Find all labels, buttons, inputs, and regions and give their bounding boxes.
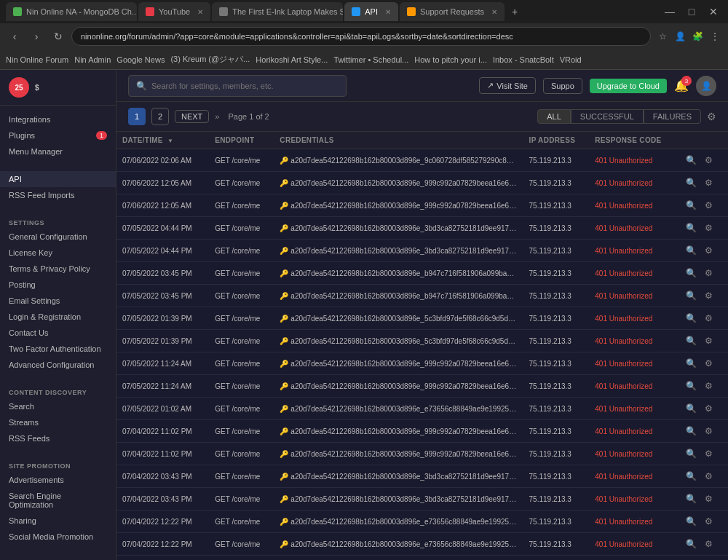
sidebar-item-rss-feed-imports[interactable]: RSS Feed Imports [0, 187, 116, 203]
filter-tab-failures[interactable]: FAILURES [644, 109, 701, 124]
new-tab-button[interactable]: + [506, 3, 523, 20]
sidebar-item-email-settings[interactable]: Email Settings [0, 293, 116, 309]
search-input[interactable] [151, 82, 339, 90]
row-settings-icon[interactable]: ⚙ [702, 266, 716, 280]
sidebar-item-terms-privacy[interactable]: Terms & Privacy Policy [0, 261, 116, 277]
settings-icon[interactable]: ⋮ [708, 29, 722, 44]
visit-site-button[interactable]: ↗ Visit Site [479, 77, 536, 94]
row-search-icon[interactable]: 🔍 [684, 469, 699, 484]
bookmark-nin-admin[interactable]: Nin Admin [74, 55, 111, 64]
minimize-button[interactable]: — [661, 3, 678, 20]
sidebar-item-api[interactable]: API [0, 171, 116, 187]
sidebar-item-seo[interactable]: Search Engine Optimization [0, 488, 116, 513]
bookmark-icon[interactable]: ☆ [655, 29, 670, 44]
row-search-icon[interactable]: 🔍 [684, 221, 699, 235]
back-button[interactable]: ‹ [6, 28, 23, 45]
tab-close-icon[interactable]: ✕ [491, 8, 497, 16]
row-search-icon[interactable]: 🔍 [684, 288, 699, 303]
close-browser-button[interactable]: ✕ [705, 3, 722, 20]
row-settings-icon[interactable]: ⚙ [702, 243, 716, 258]
row-settings-icon[interactable]: ⚙ [702, 311, 716, 326]
row-search-icon[interactable]: 🔍 [684, 446, 699, 461]
bookmark-pitch[interactable]: How to pitch your i... [414, 55, 487, 64]
row-settings-icon[interactable]: ⚙ [702, 492, 716, 506]
sidebar-item-general-config[interactable]: General Configuration [0, 229, 116, 245]
row-settings-icon[interactable]: ⚙ [702, 221, 716, 235]
row-settings-icon[interactable]: ⚙ [702, 401, 716, 416]
row-settings-icon[interactable]: ⚙ [702, 537, 716, 551]
sidebar-item-search[interactable]: Search [0, 398, 116, 414]
page-1-button[interactable]: 1 [128, 108, 146, 125]
row-search-icon[interactable]: 🔍 [684, 537, 699, 551]
tab-close-icon[interactable]: ✕ [385, 8, 391, 16]
row-search-icon[interactable]: 🔍 [684, 198, 699, 213]
row-settings-icon[interactable]: ⚙ [702, 356, 716, 371]
col-datetime[interactable]: DATE/TIME ▼ [116, 132, 209, 149]
sidebar-item-social-media[interactable]: Social Media Promotion [0, 529, 116, 545]
sidebar-item-posting[interactable]: Posting [0, 277, 116, 293]
sidebar-item-two-factor[interactable]: Two Factor Authentication [0, 341, 116, 357]
tab-support[interactable]: Support Requests ✕ [400, 2, 505, 21]
row-search-icon[interactable]: 🔍 [684, 492, 699, 506]
row-search-icon[interactable]: 🔍 [684, 266, 699, 280]
user-avatar[interactable]: 👤 [696, 76, 716, 96]
row-search-icon[interactable]: 🔍 [684, 514, 699, 529]
row-search-icon[interactable]: 🔍 [684, 356, 699, 371]
row-search-icon[interactable]: 🔍 [684, 176, 699, 190]
sidebar-item-menu-manager[interactable]: Menu Manager [0, 143, 116, 159]
maximize-button[interactable]: □ [683, 3, 700, 20]
sidebar-item-plugins[interactable]: Plugins 1 [0, 127, 116, 143]
row-settings-icon[interactable]: ⚙ [702, 288, 716, 303]
sidebar-item-login-registration[interactable]: Login & Registration [0, 309, 116, 325]
sidebar-item-advanced-config[interactable]: Advanced Configuration [0, 357, 116, 373]
row-search-icon[interactable]: 🔍 [684, 379, 699, 393]
table-settings-icon[interactable]: ⚙ [707, 111, 716, 122]
row-search-icon[interactable]: 🔍 [684, 311, 699, 326]
bookmark-vroid[interactable]: VRoid [560, 55, 582, 64]
row-settings-icon[interactable]: ⚙ [702, 176, 716, 190]
col-ip[interactable]: IP ADDRESS [523, 132, 590, 149]
col-credentials[interactable]: CREDENTIALS [274, 132, 523, 149]
row-settings-icon[interactable]: ⚙ [702, 446, 716, 461]
bookmark-twittimer[interactable]: Twittimer • Schedul... [333, 55, 408, 64]
row-settings-icon[interactable]: ⚙ [702, 514, 716, 529]
page-2-button[interactable]: 2 [151, 108, 169, 125]
tab-close-icon[interactable]: ✕ [197, 8, 203, 16]
upgrade-button[interactable]: Upgrade to Cloud [590, 79, 667, 93]
row-search-icon[interactable]: 🔍 [684, 153, 699, 167]
bookmark-horikoshi[interactable]: Horikoshi Art Style... [256, 55, 328, 64]
col-response[interactable]: RESPONSE CODE [589, 132, 678, 149]
refresh-button[interactable]: ↻ [50, 28, 67, 45]
row-search-icon[interactable]: 🔍 [684, 401, 699, 416]
sidebar-item-integrations[interactable]: Integrations [0, 111, 116, 127]
sidebar-item-advertisements[interactable]: Advertisements [0, 472, 116, 488]
tab-mongodb[interactable]: Nin Online NA - MongoDB Ch... ✕ [6, 2, 137, 21]
sidebar-item-rss-feeds[interactable]: RSS Feeds [0, 430, 116, 446]
tab-api[interactable]: API ✕ [344, 2, 398, 21]
profile-icon[interactable]: 👤 [673, 29, 687, 44]
row-settings-icon[interactable]: ⚙ [702, 469, 716, 484]
row-settings-icon[interactable]: ⚙ [702, 424, 716, 438]
row-search-icon[interactable]: 🔍 [684, 424, 699, 438]
col-endpoint[interactable]: ENDPOINT [209, 132, 274, 149]
filter-tab-all[interactable]: ALL [537, 109, 571, 124]
row-search-icon[interactable]: 🔍 [684, 243, 699, 258]
forward-button[interactable]: › [28, 28, 45, 45]
address-input[interactable]: ninonline.org/forum/admin/?app=core&modu… [71, 27, 651, 46]
row-settings-icon[interactable]: ⚙ [702, 153, 716, 167]
bookmark-inbox[interactable]: Inbox - SnatcBolt [493, 55, 554, 64]
row-search-icon[interactable]: 🔍 [684, 334, 699, 348]
bookmark-kreum[interactable]: (3) Kreum (@ジャパ... [170, 54, 250, 65]
tab-youtube[interactable]: YouTube ✕ [138, 2, 210, 21]
next-page-button[interactable]: NEXT [175, 110, 209, 123]
sidebar-item-sharing[interactable]: Sharing [0, 513, 116, 529]
extension-icon[interactable]: 🧩 [690, 29, 705, 44]
notification-button[interactable]: 🔔 3 [674, 79, 689, 92]
filter-tab-successful[interactable]: SUCCESSFUL [571, 109, 644, 124]
sidebar-item-contact-us[interactable]: Contact Us [0, 325, 116, 341]
row-settings-icon[interactable]: ⚙ [702, 198, 716, 213]
sidebar-item-license-key[interactable]: License Key [0, 245, 116, 261]
row-settings-icon[interactable]: ⚙ [702, 379, 716, 393]
suppo-button[interactable]: Suppo [543, 78, 582, 94]
bookmark-nin-forum[interactable]: Nin Online Forum [6, 55, 68, 64]
